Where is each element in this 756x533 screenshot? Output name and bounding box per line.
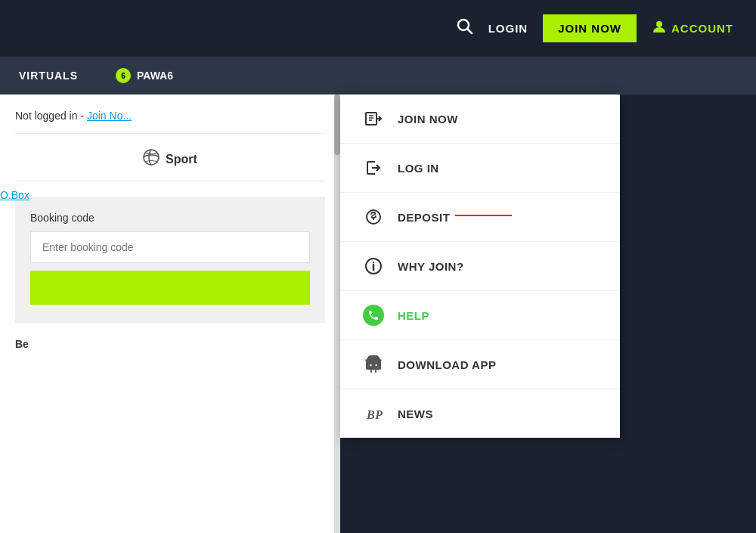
main-area: O.Box Not logged in - Join No... Sport B… [0,95,756,533]
booking-code-input[interactable] [30,231,310,263]
svg-text:bP: bP [366,408,383,421]
help-phone-icon [363,305,384,326]
login-button[interactable]: LOGIN [488,22,528,35]
login-icon [363,157,384,178]
sidebar-item-pawa6[interactable]: 6 PAWA6 [97,57,192,95]
dropdown-news-label: NEWS [398,407,433,420]
dropdown-item-help[interactable]: HELP [340,291,620,340]
not-logged-text: Not logged in - Join No... [15,110,325,134]
navbar: VIRTUALS 6 PAWA6 [0,57,756,95]
join-now-icon [363,108,384,129]
dropdown-item-deposit[interactable]: DEPOSIT [340,193,620,242]
account-label: ACCOUNT [671,22,733,35]
svg-rect-4 [366,113,376,125]
dropdown-deposit-label: DEPOSIT [398,211,450,224]
dropdown-help-label: HELP [398,309,429,322]
scrollbar-track [334,95,340,533]
svg-point-17 [375,364,376,366]
svg-rect-21 [375,370,376,373]
search-icon[interactable] [457,18,473,39]
svg-point-15 [373,262,374,263]
join-now-link[interactable]: Join No... [87,110,132,122]
dropdown-item-join-now[interactable]: JOIN NOW [340,95,620,144]
content-area: O.Box Not logged in - Join No... Sport B… [0,95,340,533]
sport-icon [143,149,160,169]
dropdown-join-now-label: JOIN NOW [398,113,458,126]
svg-point-16 [370,364,371,366]
dropdown-why-join-label: WHY JOIN? [398,260,464,273]
po-box-link[interactable]: O.Box [0,185,29,205]
dropdown-login-label: LOG IN [398,162,439,175]
svg-point-3 [144,150,159,165]
header: LOGIN JOIN NOW ACCOUNT [0,0,756,57]
scrollbar-thumb[interactable] [334,95,340,155]
dropdown-item-news[interactable]: bP NEWS [340,389,620,438]
android-icon [363,354,384,375]
account-dropdown: JOIN NOW LOG IN [340,95,620,438]
pawa6-label: PAWA6 [137,70,173,82]
svg-rect-20 [370,370,372,373]
pawa6-icon: 6 [116,68,131,83]
news-icon: bP [363,403,384,424]
booking-code-label: Booking code [30,212,310,224]
booking-submit-button[interactable] [30,271,310,305]
sport-label: Sport [166,153,197,166]
deposit-icon [363,206,384,228]
account-button[interactable]: ACCOUNT [652,19,733,38]
info-icon [363,256,384,277]
dropdown-item-why-join[interactable]: WHY JOIN? [340,242,620,291]
sidebar-item-virtuals[interactable]: VIRTUALS [0,57,97,95]
dropdown-item-login[interactable]: LOG IN [340,144,620,193]
sport-section: Sport [15,149,325,181]
join-now-button[interactable]: JOIN NOW [543,14,637,42]
account-icon [652,19,667,38]
deposit-underline-decoration [455,215,512,216]
dropdown-download-app-label: DOWNLOAD APP [398,358,496,371]
bet-label: Be [15,338,325,350]
booking-section: Booking code [15,197,325,323]
svg-point-2 [656,21,662,27]
svg-line-1 [467,29,472,33]
dropdown-item-download-app[interactable]: DOWNLOAD APP [340,340,620,389]
